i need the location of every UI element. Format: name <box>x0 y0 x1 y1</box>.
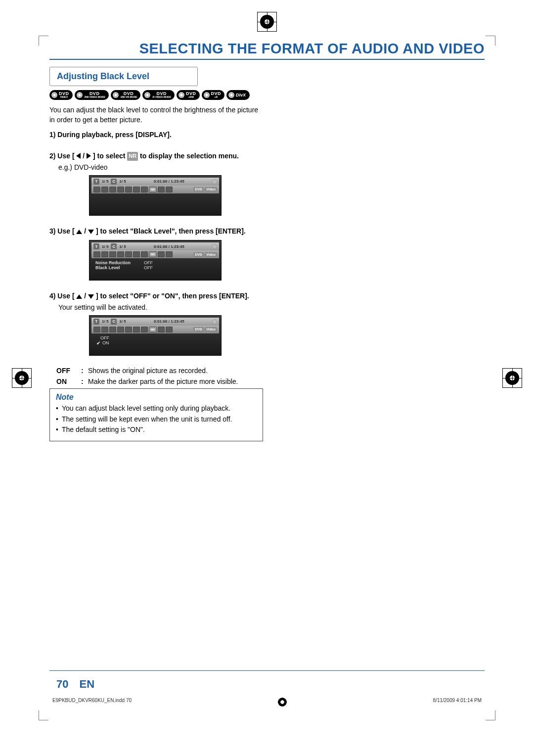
osd-screenshot-1: T 1/ 5 C 1/ 5 0:01:00 / 1:23:45 NR DVDVi… <box>89 175 222 216</box>
triangle-down-icon <box>88 294 94 299</box>
page-title: SELECTING THE FORMAT OF AUDIO AND VIDEO <box>49 41 485 60</box>
nr-icon: NR <box>127 152 138 160</box>
triangle-right-icon <box>87 153 91 159</box>
note-item: The default setting is "ON". <box>56 425 257 435</box>
note-item: You can adjust black level setting only … <box>56 404 257 414</box>
note-heading: Note <box>56 393 257 402</box>
intro-text: You can adjust the black level to contro… <box>49 105 263 125</box>
osd-time: 0:01:00 / 1:23:45 <box>154 179 184 184</box>
triangle-down-icon <box>88 230 94 234</box>
crop-mark <box>486 710 495 720</box>
badge-dvd-plus-rw: DVD+RW <box>177 90 200 100</box>
osd-t-icon: T <box>93 179 99 185</box>
badge-divx: DivX <box>226 90 250 100</box>
example-label: e.g.) DVD-video <box>58 163 263 171</box>
imprint-line: E9PKBUD_DKVR60KU_EN.indd 70 8/11/2009 4:… <box>49 698 485 707</box>
definitions: OFF : Shows the original picture as reco… <box>56 367 263 385</box>
note-item: The setting will be kept even when the u… <box>56 415 257 425</box>
crop-mark <box>486 36 495 46</box>
osd-icon-strip: NR <box>93 187 173 192</box>
registration-mark-top <box>260 15 274 29</box>
osd-screenshot-2: T 1/ 5 C 1/ 5 0:01:00 / 1:23:45 NR DVDVi… <box>89 240 222 281</box>
registration-mark-bottom <box>278 698 287 707</box>
triangle-left-icon <box>76 153 81 159</box>
badge-dvd-rw-vr: DVD-RW VR MODE <box>111 90 141 100</box>
osd-screenshot-3: T 1/ 5 C 1/ 5 0:01:00 / 1:23:45 NR DVDVi… <box>89 315 222 356</box>
crop-mark <box>39 710 48 720</box>
footer-rule <box>49 670 485 671</box>
check-icon: ✔ <box>96 340 100 346</box>
registration-mark-left <box>15 371 29 385</box>
badge-dvd-video: DVDVIDEO <box>49 90 73 100</box>
triangle-up-icon <box>76 294 82 299</box>
badge-dvd-rw-video: DVD-RW VIDEO MODE <box>75 90 109 100</box>
imprint-file: E9PKBUD_DKVR60KU_EN.indd 70 <box>52 698 132 707</box>
page-number: 70 EN <box>56 678 94 691</box>
step-1: 1) During playback, press [DISPLAY]. <box>49 130 263 140</box>
triangle-up-icon <box>76 230 82 234</box>
step-4-sub: Your setting will be activated. <box>58 303 263 311</box>
badge-dvd-r-video: DVD-R VIDEO MODE <box>142 90 175 100</box>
step-3: 3) Use [ / ] to select "Black Level", th… <box>49 227 263 236</box>
osd-c-icon: C <box>111 179 117 185</box>
step-2: 2) Use [ / ] to select NR to display the… <box>49 151 263 161</box>
badge-dvd-plus-r: DVD+R <box>202 90 225 100</box>
step-4: 4) Use [ / ] to select "OFF" or "ON", th… <box>49 291 263 301</box>
media-badge-row: DVDVIDEO DVD-RW VIDEO MODE DVD-RW VR MOD… <box>49 90 263 100</box>
section-heading: Adjusting Black Level <box>49 67 198 86</box>
note-box: Note You can adjust black level setting … <box>49 388 263 441</box>
osd-status-dot-icon <box>212 179 217 184</box>
registration-mark-right <box>505 371 519 385</box>
imprint-timestamp: 8/11/2009 4:01:14 PM <box>433 698 482 707</box>
crop-mark <box>39 36 48 46</box>
